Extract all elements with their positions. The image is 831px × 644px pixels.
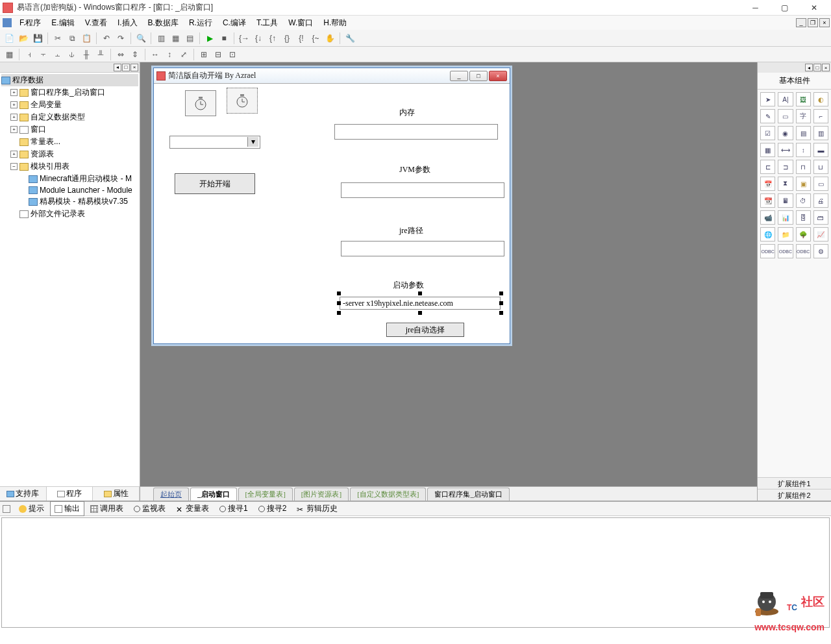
font-tool-icon[interactable]: 字: [796, 109, 811, 123]
form-close-button[interactable]: ×: [489, 71, 507, 81]
file-tool-icon[interactable]: 📁: [778, 227, 793, 242]
menu-run[interactable]: R.运行: [184, 16, 217, 30]
align-left-icon[interactable]: ⫞: [23, 48, 36, 61]
grid-tool-icon[interactable]: ▦: [760, 143, 775, 157]
find-icon[interactable]: 🔍: [134, 32, 147, 45]
tree-node-const[interactable]: 常量表...: [1, 136, 138, 148]
hscroll-tool-icon[interactable]: ⊔: [813, 160, 828, 174]
menu-window[interactable]: W.窗口: [283, 16, 318, 30]
mdi-min-button[interactable]: _: [796, 18, 806, 27]
tree-node-winset[interactable]: +窗口程序集_启动窗口: [1, 86, 138, 99]
grid-icon[interactable]: ▦: [3, 48, 16, 61]
tree-node-globals[interactable]: +全局变量: [1, 99, 138, 111]
textbox-jvm[interactable]: [341, 182, 504, 198]
tab-support-lib[interactable]: 支持库: [0, 487, 47, 501]
designer-canvas[interactable]: 简洁版自动开端 By Azrael _ □ × 开始开: [140, 62, 757, 501]
calendar-tool-icon[interactable]: 📆: [760, 193, 775, 208]
maximize-button[interactable]: ▢: [770, 1, 799, 15]
new-icon[interactable]: 📄: [3, 32, 16, 45]
tab-program[interactable]: 程序: [47, 487, 93, 501]
tab-properties[interactable]: 属性: [93, 487, 140, 501]
tab-hint[interactable]: 提示: [14, 501, 49, 516]
report-tool-icon[interactable]: 📊: [778, 210, 793, 225]
combo-tool-icon[interactable]: ▥: [813, 126, 828, 140]
chart-tool-icon[interactable]: 📈: [813, 227, 828, 242]
align-mid-icon[interactable]: ╫: [80, 48, 93, 61]
label-tool-icon[interactable]: A|: [778, 92, 793, 106]
layout2-icon[interactable]: ▦: [169, 32, 182, 45]
radio-tool-icon[interactable]: ◉: [778, 126, 793, 140]
edit-tool-icon[interactable]: ✎: [760, 109, 775, 123]
tree-node-res[interactable]: +资源表: [1, 148, 138, 160]
scroll-tool-icon[interactable]: ↕: [796, 143, 811, 157]
odbc1-tool-icon[interactable]: ODBC: [760, 244, 775, 258]
db1-tool-icon[interactable]: 🗄: [796, 210, 811, 225]
breakpoint-icon[interactable]: ✋: [323, 32, 336, 45]
tab-images[interactable]: [图片资源表]: [294, 488, 349, 501]
bottom-pin-icon[interactable]: [3, 505, 10, 513]
tree-root[interactable]: 程序数据: [1, 74, 138, 86]
undo-icon[interactable]: ↶: [100, 32, 113, 45]
textbox-memory[interactable]: [334, 124, 498, 140]
media-tool-icon[interactable]: 📹: [760, 210, 775, 225]
step4-icon[interactable]: {}: [280, 32, 293, 45]
resize-handle[interactable]: [418, 291, 422, 295]
db2-tool-icon[interactable]: 🗃: [813, 210, 828, 225]
calc-tool-icon[interactable]: 🖩: [778, 193, 793, 208]
net-tool-icon[interactable]: 🌐: [760, 227, 775, 242]
left-close-icon[interactable]: ×: [130, 64, 138, 71]
tab-output[interactable]: 输出: [50, 501, 84, 516]
extra-icon[interactable]: 🔧: [343, 32, 356, 45]
tab-startwindow[interactable]: _启动窗口: [190, 488, 237, 501]
tab-startpage[interactable]: 起始页: [153, 488, 189, 501]
rp-pin-icon[interactable]: ◂: [805, 64, 813, 71]
menu-view[interactable]: V.查看: [80, 16, 112, 30]
clock2-control[interactable]: [227, 88, 258, 114]
shape-tool-icon[interactable]: ◐: [813, 92, 828, 106]
close-button[interactable]: ✕: [799, 1, 828, 15]
resize-handle[interactable]: [337, 301, 341, 305]
expand-icon[interactable]: +: [10, 101, 18, 108]
size-h-icon[interactable]: ↕: [163, 48, 176, 61]
tab-globals[interactable]: [全局变量表]: [238, 488, 293, 501]
resize-handle[interactable]: [418, 311, 422, 315]
textbox-launch[interactable]: -server x19hypixel.nie.netease.com: [340, 297, 501, 310]
tree-node-mod-launcher[interactable]: Module Launcher - Module: [1, 185, 138, 195]
resize-handle[interactable]: [337, 291, 341, 295]
tab-ext1[interactable]: 扩展组件1: [758, 477, 831, 489]
status-tool-icon[interactable]: ▭: [813, 177, 828, 191]
tree2-tool-icon[interactable]: 🌳: [796, 227, 811, 242]
dist-v-icon[interactable]: ⇕: [129, 48, 142, 61]
tab-types[interactable]: [自定义数据类型表]: [350, 488, 426, 501]
run-icon[interactable]: ▶: [203, 32, 216, 45]
step6-icon[interactable]: {~: [309, 32, 322, 45]
resize-handle[interactable]: [337, 311, 341, 315]
menu-tools[interactable]: T.工具: [251, 16, 283, 30]
form-max-button[interactable]: □: [469, 71, 488, 81]
minimize-button[interactable]: ─: [741, 1, 770, 15]
collapse-icon[interactable]: −: [10, 163, 18, 170]
step2-icon[interactable]: {↓: [252, 32, 265, 45]
list-tool-icon[interactable]: ▤: [796, 126, 811, 140]
left-pin-icon[interactable]: ◂: [114, 64, 121, 71]
tree-node-extfiles[interactable]: 外部文件记录表: [1, 208, 138, 220]
step1-icon[interactable]: {→: [238, 32, 251, 45]
align-center-icon[interactable]: ⫟: [37, 48, 50, 61]
vscroll-tool-icon[interactable]: ⊓: [796, 160, 811, 174]
copy-icon[interactable]: ⧉: [66, 32, 79, 45]
open-icon[interactable]: 📂: [17, 32, 30, 45]
stop-icon[interactable]: ■: [217, 32, 230, 45]
menu-compile[interactable]: C.编译: [217, 16, 251, 30]
tree-tool-icon[interactable]: ▣: [796, 177, 811, 191]
misc-tool-icon[interactable]: ⚙: [813, 244, 828, 258]
align-right-icon[interactable]: ⫠: [51, 48, 64, 61]
rp-close-icon[interactable]: ×: [822, 64, 830, 71]
layout3-icon[interactable]: ▤: [183, 32, 196, 45]
tab-search2[interactable]: 搜寻2: [254, 501, 291, 516]
tab-search1[interactable]: 搜寻1: [215, 501, 253, 516]
clock-tool-icon[interactable]: ⏱: [796, 193, 811, 208]
redo-icon[interactable]: ↷: [114, 32, 127, 45]
line-tool-icon[interactable]: ⌐: [813, 109, 828, 123]
step5-icon[interactable]: {!: [295, 32, 308, 45]
slider-tool-icon[interactable]: ⟷: [778, 143, 793, 157]
